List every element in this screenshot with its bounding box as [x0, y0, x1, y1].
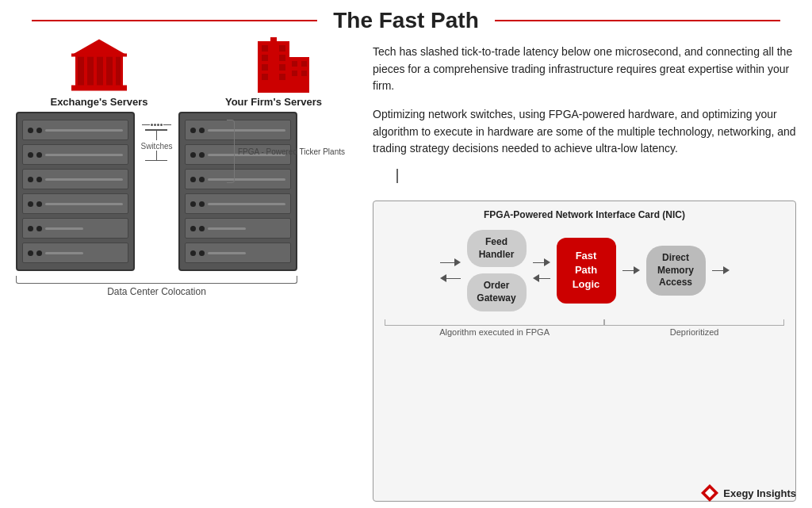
svg-rect-23 — [301, 71, 307, 76]
deprio-bracket — [604, 319, 784, 326]
right-panel: Tech has slashed tick-to-trade latency b… — [365, 37, 796, 502]
exchange-building-icon — [71, 37, 127, 93]
nic-bottom-area: Algorithm executed in FPGA Deprioritized — [385, 319, 784, 337]
nic-section: FPGA-Powered Network Interface Card (NIC… — [373, 169, 796, 502]
left-arrows — [440, 258, 461, 282]
server-unit-2 — [22, 144, 128, 165]
svg-rect-22 — [292, 71, 297, 76]
svg-rect-14 — [279, 55, 285, 61]
feed-handler-box: Feed Handler — [467, 230, 527, 267]
deprio-label: Deprioritized — [604, 327, 784, 337]
svg-rect-20 — [292, 61, 297, 67]
left-panel: Exchange's Servers — [16, 37, 357, 502]
direct-memory-box: Direct Memory Access — [646, 246, 706, 296]
title-bar: The Fast Path — [0, 0, 812, 37]
nic-box: FPGA-Powered Network Interface Card (NIC… — [373, 201, 796, 502]
firm-group: Your Firm's Servers — [198, 37, 349, 108]
svg-rect-16 — [279, 64, 285, 71]
handler-gateway-col: Feed Handler Order Gateway — [467, 230, 527, 311]
racks-section: Switches — [16, 112, 357, 271]
out-arrow — [712, 266, 730, 274]
svg-rect-5 — [106, 57, 113, 87]
svg-rect-15 — [262, 64, 268, 71]
svg-rect-13 — [262, 55, 268, 61]
svg-rect-21 — [301, 61, 307, 67]
svg-rect-4 — [97, 57, 103, 87]
svg-rect-7 — [71, 86, 127, 91]
svg-rect-3 — [87, 57, 94, 87]
main-content: Exchange's Servers — [0, 37, 812, 502]
server-unit-r5 — [185, 218, 291, 239]
svg-rect-12 — [279, 45, 285, 52]
exchange-group: Exchange's Servers — [24, 37, 174, 108]
server-unit-5 — [22, 218, 128, 239]
middle-arrows — [533, 258, 550, 282]
fpga-ticker-label: FPGA - Powered Ticker Plants — [238, 147, 345, 156]
algo-bracket — [385, 319, 604, 326]
server-unit-6 — [22, 243, 128, 263]
order-gateway-box: Order Gateway — [467, 273, 527, 311]
exegy-brand: Exegy Insights — [723, 486, 796, 500]
server-unit-3 — [22, 169, 128, 189]
exchange-rack — [16, 112, 135, 271]
svg-rect-6 — [116, 57, 121, 87]
firm-building-icon — [238, 37, 309, 93]
svg-rect-11 — [262, 45, 268, 52]
fast-path-logic-box: Fast Path Logic — [557, 238, 616, 304]
nic-inner: Feed Handler Order Gateway — [385, 230, 784, 311]
exegy-icon — [701, 484, 718, 502]
nic-bottom-labels: Algorithm executed in FPGA Deprioritized — [385, 327, 784, 337]
page: The Fast Path — [0, 0, 812, 508]
colocation-area: Data Center Colocation — [16, 276, 357, 297]
server-icons-row: Exchange's Servers — [16, 37, 357, 108]
description-1: Tech has slashed tick-to-trade latency b… — [373, 44, 796, 95]
title-line-right — [495, 20, 780, 21]
svg-rect-10 — [270, 37, 277, 44]
firm-rack: FPGA - Powered Ticker Plants — [178, 112, 297, 271]
svg-marker-1 — [71, 40, 127, 55]
nic-title: FPGA-Powered Network Interface Card (NIC… — [385, 209, 784, 220]
page-title: The Fast Path — [333, 8, 479, 33]
exegy-logo: Exegy Insights — [701, 484, 796, 502]
algo-label: Algorithm executed in FPGA — [385, 327, 604, 337]
server-unit-4 — [22, 193, 128, 214]
title-line-left — [32, 20, 317, 21]
switches-label: Switches — [140, 142, 172, 151]
middle-connector: Switches — [135, 112, 178, 161]
svg-rect-18 — [279, 74, 285, 80]
svg-rect-17 — [262, 74, 268, 80]
description-2: Optimizing network switches, using FPGA-… — [373, 106, 796, 158]
right-arrow — [622, 266, 640, 274]
svg-rect-8 — [71, 54, 127, 57]
server-unit-r6 — [185, 243, 291, 263]
exchange-label: Exchange's Servers — [50, 96, 147, 108]
svg-rect-2 — [78, 57, 84, 87]
colocation-label: Data Center Colocation — [16, 286, 297, 297]
server-unit-r4 — [185, 193, 291, 214]
nic-brackets — [385, 319, 784, 326]
server-unit-1 — [22, 120, 128, 140]
firm-label: Your Firm's Servers — [225, 96, 322, 108]
colocation-bracket — [16, 276, 297, 284]
